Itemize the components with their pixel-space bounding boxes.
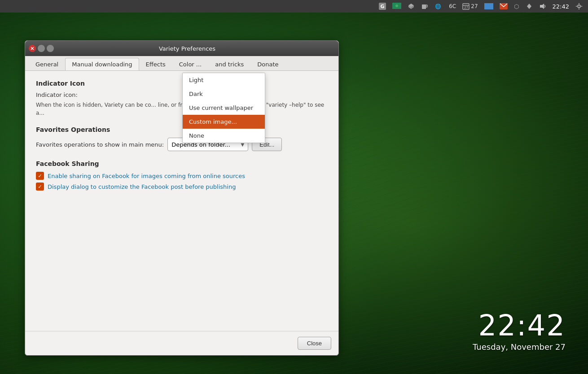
facebook-checkbox-1-row: ✓ Enable sharing on Facebook for images … [36, 172, 328, 180]
svg-text:🌐: 🌐 [435, 3, 441, 9]
svg-point-3 [395, 4, 398, 7]
indicator-icon-dropdown-menu: Light Dark Use current wallpaper Custom … [182, 73, 265, 143]
indicator-icon-description: When the icon is hidden, Variety can be … [36, 101, 328, 117]
facebook-checkbox-1-label: Enable sharing on Facebook for images co… [48, 173, 245, 179]
facebook-section: Facebook Sharing ✓ Enable sharing on Fac… [36, 160, 328, 191]
panel-network-icon[interactable]: 🌐 [433, 2, 444, 11]
menu-item-wallpaper[interactable]: Use current wallpaper [183, 101, 265, 115]
panel-email-icon[interactable] [498, 2, 509, 10]
panel-bluetooth-icon[interactable]: ⬡ [512, 2, 521, 11]
window-close-button[interactable] [29, 45, 36, 52]
variety-preferences-dialog: Variety Preferences General Manual downl… [25, 40, 339, 356]
tab-content: Indicator Icon Indicator icon: When the … [25, 71, 338, 331]
menu-item-light[interactable]: Light [183, 73, 265, 87]
svg-rect-8 [426, 5, 427, 7]
updown-icon [526, 3, 533, 10]
indicator-icon-heading: Indicator Icon [36, 80, 328, 87]
calendar-day: 27 [471, 3, 478, 9]
favorites-label: Favorites operations to show in main men… [36, 141, 164, 148]
svg-text:G: G [381, 4, 385, 9]
bluetooth-icon: ⬡ [514, 3, 519, 10]
desktop-time: 22:42 [473, 309, 566, 342]
menu-item-none[interactable]: None [183, 129, 265, 143]
panel-volume-icon[interactable] [537, 2, 548, 11]
indicator-icon-section: Indicator Icon Indicator icon: When the … [36, 80, 328, 117]
calendar-icon: 27 [462, 3, 470, 10]
panel-dropbox-icon[interactable] [406, 2, 417, 11]
window-maximize-button[interactable] [47, 45, 54, 52]
dialog-footer: Close [25, 331, 338, 355]
svg-text:⬡: ⬡ [514, 3, 519, 10]
tab-tricks[interactable]: and tricks [208, 58, 250, 70]
photo-icon [392, 3, 401, 10]
facebook-checkbox-2-label: Display dialog to customize the Facebook… [48, 183, 236, 190]
title-bar: Variety Preferences [25, 41, 338, 56]
network-tile-icon [484, 3, 493, 9]
tab-donate[interactable]: Donate [250, 58, 285, 70]
panel-greybird-icon[interactable]: G [377, 2, 388, 11]
coffee-icon [421, 3, 428, 10]
tab-effects[interactable]: Effects [139, 58, 172, 70]
facebook-heading: Facebook Sharing [36, 160, 328, 167]
dropbox-icon [408, 3, 415, 10]
tab-color[interactable]: Color ... [172, 58, 208, 70]
g-icon: G [379, 3, 386, 10]
panel-clock[interactable]: 22:42 [551, 2, 571, 11]
tabs-bar: General Manual downloading Effects Color… [25, 56, 338, 71]
temperature-value: 6C [449, 3, 456, 9]
top-panel: G 🌐 6C 27 27 [0, 0, 588, 13]
checkbox-2-checked-icon[interactable]: ✓ [36, 183, 44, 191]
svg-marker-16 [527, 4, 531, 6]
panel-coffee-icon[interactable] [419, 2, 430, 11]
dialog-title: Variety Preferences [56, 45, 319, 52]
menu-item-dark[interactable]: Dark [183, 87, 265, 101]
window-minimize-button[interactable] [38, 45, 45, 52]
panel-time-display: 22:42 [553, 3, 569, 10]
panel-photo-icon[interactable] [391, 2, 403, 11]
menu-item-custom[interactable]: Custom image... [183, 115, 265, 129]
desktop-date: Tuesday, November 27 [473, 342, 566, 352]
panel-calendar[interactable]: 27 27 [461, 2, 479, 11]
checkbox-1-checked-icon[interactable]: ✓ [36, 172, 44, 180]
panel-settings-icon[interactable] [574, 2, 584, 11]
volume-icon [539, 3, 546, 10]
favorites-row: Favorites operations to show in main men… [36, 138, 328, 151]
tab-manual-downloading[interactable]: Manual downloading [65, 58, 139, 71]
svg-point-19 [578, 5, 580, 8]
network-icon: 🌐 [434, 3, 443, 10]
panel-network-tile[interactable] [483, 2, 495, 10]
desktop-clock: 22:42 Tuesday, November 27 [473, 309, 566, 352]
favorites-section: Favorites Operations Favorites operation… [36, 126, 328, 151]
svg-marker-17 [527, 6, 531, 9]
settings-icon [575, 3, 583, 10]
indicator-icon-label: Indicator icon: [36, 91, 328, 98]
tab-general[interactable]: General [29, 58, 65, 70]
svg-text:27: 27 [464, 6, 468, 9]
favorites-heading: Favorites Operations [36, 126, 328, 133]
close-button[interactable]: Close [298, 337, 331, 350]
svg-rect-7 [422, 4, 426, 9]
panel-temp[interactable]: 6C [447, 2, 458, 10]
facebook-checkbox-2-row: ✓ Display dialog to customize the Facebo… [36, 183, 328, 191]
panel-network-updown-icon[interactable] [524, 2, 535, 11]
svg-marker-18 [540, 4, 544, 9]
close-x-icon [31, 47, 34, 50]
svg-rect-13 [484, 3, 493, 9]
email-icon [500, 3, 508, 9]
